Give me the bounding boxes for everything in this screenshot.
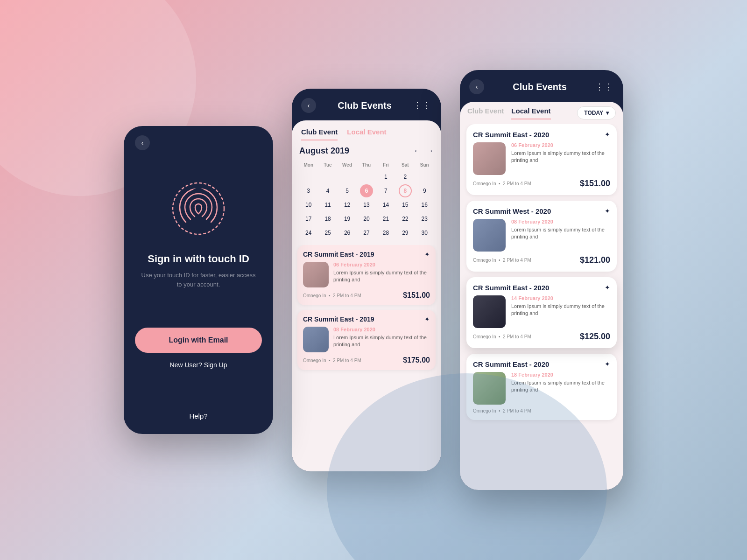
cal-day-15[interactable]: 15 — [399, 198, 412, 211]
calendar-grid: Mon Tue Wed Thu Fri Sat Sun 1 2 3 4 5 6 — [299, 161, 434, 239]
events-item-4-star-icon[interactable]: ✦ — [605, 360, 610, 368]
cal-day-22[interactable]: 22 — [399, 212, 412, 225]
cal-day-16[interactable]: 16 — [418, 198, 431, 211]
tab-club-event[interactable]: Club Event — [301, 128, 338, 140]
calendar-dots-icon[interactable]: ⋮⋮ — [413, 100, 432, 111]
phone-calendar: ‹ Club Events ⋮⋮ Club Event Local Event … — [292, 89, 441, 471]
calendar-section: August 2019 ← → Mon Tue Wed Thu Fri Sat … — [292, 140, 441, 245]
cal-day-18[interactable]: 18 — [321, 212, 334, 225]
events-list-item-4[interactable]: CR Summit East - 2020 ✦ 18 February 2020… — [466, 354, 617, 420]
cal-day-21[interactable]: 21 — [379, 212, 392, 225]
cal-day-23[interactable]: 23 — [418, 212, 431, 225]
cal-day-6[interactable]: 6 — [360, 184, 373, 197]
cal-day-4[interactable]: 4 — [321, 184, 334, 197]
events-tab-local[interactable]: Local Event — [511, 107, 550, 119]
event-1-price: $151.00 — [403, 291, 430, 300]
events-tabs-row: Club Event Local Event TODAY ▾ — [460, 106, 623, 124]
event-1-title: CR Summit East - 2019 — [303, 251, 374, 258]
cal-day-5[interactable]: 5 — [341, 184, 354, 197]
cal-empty-5 — [418, 170, 431, 183]
calendar-prev-button[interactable]: ← — [413, 146, 422, 156]
events-dots-icon[interactable]: ⋮⋮ — [595, 82, 614, 92]
svg-point-0 — [173, 183, 224, 234]
events-item-4-image — [473, 372, 506, 405]
new-user-link[interactable]: New User? Sign Up — [170, 361, 227, 369]
cal-day-12[interactable]: 12 — [341, 198, 354, 211]
event-1-desc: Lorem Ipsum is simply dummy text of the … — [333, 269, 430, 284]
cal-day-17[interactable]: 17 — [302, 212, 315, 225]
events-back-button[interactable]: ‹ — [469, 79, 484, 94]
cal-empty-4 — [360, 170, 373, 183]
events-item-2-star-icon[interactable]: ✦ — [605, 207, 610, 215]
events-list-item-3[interactable]: CR Summit East - 2020 ✦ 14 February 2020… — [466, 277, 617, 348]
sign-in-title: Sign in with touch ID — [148, 253, 249, 265]
events-item-3-header: CR Summit East - 2020 ✦ — [473, 284, 610, 292]
events-item-2-desc: Lorem Ipsum is simply dummy text of the … — [511, 226, 610, 241]
event-2-desc: Lorem Ipsum is simply dummy text of the … — [333, 334, 430, 349]
event-2-venue: Omnego In • 2 PM to 4 PM — [303, 358, 361, 363]
cal-day-14[interactable]: 14 — [379, 198, 392, 211]
cal-day-7[interactable]: 7 — [379, 184, 392, 197]
cal-day-10[interactable]: 10 — [302, 198, 315, 211]
event-2-header: CR Summit East - 2019 ✦ — [303, 315, 430, 323]
login-email-button[interactable]: Login with Email — [135, 328, 262, 353]
cal-day-30[interactable]: 30 — [418, 226, 431, 239]
events-list-item-2[interactable]: CR Summit West - 2020 ✦ 08 February 2020… — [466, 201, 617, 272]
calendar-top-bar: ‹ Club Events ⋮⋮ — [292, 89, 441, 120]
event-2-star-icon[interactable]: ✦ — [424, 315, 430, 323]
events-item-1-body: 06 February 2020 Lorem Ipsum is simply d… — [473, 142, 610, 175]
events-item-4-footer: Omnego In • 2 PM to 4 PM — [473, 408, 610, 413]
cal-day-8[interactable]: 8 — [399, 184, 412, 197]
calendar-event-2[interactable]: CR Summit East - 2019 ✦ 08 February 2020… — [297, 310, 436, 370]
cal-day-27[interactable]: 27 — [360, 226, 373, 239]
events-item-1-image — [473, 142, 506, 175]
cal-day-13[interactable]: 13 — [360, 198, 373, 211]
event-1-footer: Omnego In • 2 PM to 4 PM $151.00 — [303, 291, 430, 300]
event-1-star-icon[interactable]: ✦ — [424, 251, 430, 258]
day-label-wed: Wed — [338, 161, 356, 169]
event-1-details: 06 February 2020 Lorem Ipsum is simply d… — [333, 262, 430, 287]
events-title: Club Events — [513, 82, 567, 92]
calendar-nav: ← → — [413, 146, 434, 156]
tab-local-event[interactable]: Local Event — [347, 128, 386, 140]
cal-day-25[interactable]: 25 — [321, 226, 334, 239]
events-item-2-image — [473, 219, 506, 252]
events-item-1-title: CR Summit East - 2020 — [473, 131, 549, 139]
cal-day-11[interactable]: 11 — [321, 198, 334, 211]
event-1-body: 06 February 2020 Lorem Ipsum is simply d… — [303, 262, 430, 287]
cal-empty-3 — [341, 170, 354, 183]
events-item-2-details: 08 February 2020 Lorem Ipsum is simply d… — [511, 219, 610, 252]
calendar-event-1[interactable]: CR Summit East - 2019 ✦ 06 February 2020… — [297, 245, 436, 305]
events-item-4-venue: Omnego In • 2 PM to 4 PM — [473, 408, 531, 413]
day-label-thu: Thu — [357, 161, 375, 169]
today-filter-button[interactable]: TODAY ▾ — [577, 106, 616, 119]
events-item-2-date: 08 February 2020 — [511, 219, 610, 224]
events-item-4-desc: Lorem Ipsum is simply dummy text of the … — [511, 379, 610, 394]
cal-day-28[interactable]: 28 — [379, 226, 392, 239]
help-link[interactable]: Help? — [189, 412, 207, 420]
cal-day-3[interactable]: 3 — [302, 184, 315, 197]
events-item-2-price: $121.00 — [580, 255, 610, 265]
calendar-back-button[interactable]: ‹ — [301, 98, 316, 113]
day-label-mon: Mon — [299, 161, 317, 169]
event-2-details: 08 February 2020 Lorem Ipsum is simply d… — [333, 327, 430, 352]
events-item-1-header: CR Summit East - 2020 ✦ — [473, 131, 610, 139]
cal-day-19[interactable]: 19 — [341, 212, 354, 225]
cal-day-24[interactable]: 24 — [302, 226, 315, 239]
events-tab-club[interactable]: Club Event — [467, 107, 504, 119]
cal-day-26[interactable]: 26 — [341, 226, 354, 239]
events-item-3-footer: Omnego In • 2 PM to 4 PM $125.00 — [473, 332, 610, 342]
events-list-item-1[interactable]: CR Summit East - 2020 ✦ 06 February 2020… — [466, 124, 617, 195]
cal-day-20[interactable]: 20 — [360, 212, 373, 225]
cal-day-2[interactable]: 2 — [399, 170, 412, 183]
events-item-1-star-icon[interactable]: ✦ — [605, 131, 610, 138]
event-1-header: CR Summit East - 2019 ✦ — [303, 251, 430, 258]
cal-day-1[interactable]: 1 — [379, 170, 392, 183]
calendar-next-button[interactable]: → — [425, 146, 434, 156]
cal-day-29[interactable]: 29 — [399, 226, 412, 239]
events-item-3-star-icon[interactable]: ✦ — [605, 284, 610, 291]
cal-day-9[interactable]: 9 — [418, 184, 431, 197]
events-item-2-body: 08 February 2020 Lorem Ipsum is simply d… — [473, 219, 610, 252]
back-button[interactable]: ‹ — [135, 135, 150, 150]
event-1-image — [303, 262, 329, 287]
